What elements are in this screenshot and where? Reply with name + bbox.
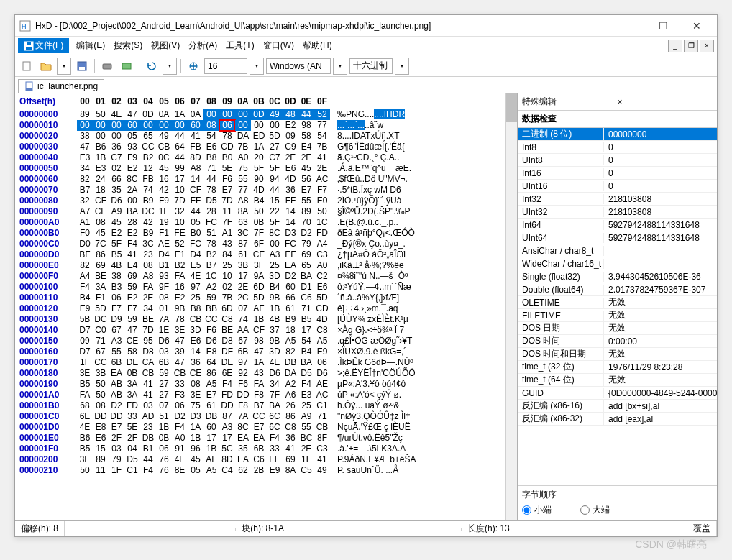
hex-scrollbar[interactable] bbox=[505, 93, 517, 520]
inspector-row[interactable]: Int32218103808 bbox=[518, 193, 717, 206]
menu-tools[interactable]: 工具(T) bbox=[221, 38, 258, 53]
inspector-row[interactable]: time_t (64 位)无效 bbox=[518, 374, 717, 387]
save-icon bbox=[24, 41, 34, 51]
svg-rect-7 bbox=[79, 67, 85, 70]
inspector-row[interactable]: Int645927942488114331648 bbox=[518, 219, 717, 231]
inspector-row[interactable]: 反汇编 (x86-32)add [eax],al bbox=[518, 413, 717, 426]
svg-rect-8 bbox=[103, 64, 111, 69]
watermark: CSDN @韩曙亮 bbox=[635, 538, 707, 551]
mdi-restore-button[interactable]: ❐ bbox=[684, 40, 698, 52]
menu-search[interactable]: 搜索(S) bbox=[109, 38, 147, 53]
window-title: HxD - [D:\002_Project\002_Android_Learn\… bbox=[35, 21, 614, 31]
inspector-table: 二进制 (8 位)00000000Int80UInt80Int160UInt16… bbox=[518, 128, 717, 485]
panel-close-button[interactable]: × bbox=[618, 97, 713, 107]
inspector-row[interactable]: DOS 日期无效 bbox=[518, 322, 717, 335]
status-length: 长度(h): 13 bbox=[462, 521, 516, 536]
tabbar: ic_launcher.png bbox=[15, 77, 717, 93]
inspector-row[interactable]: AnsiChar / char8_t bbox=[518, 244, 717, 257]
charset-dropdown[interactable]: ▾ bbox=[333, 58, 347, 75]
inspector-row[interactable]: 二进制 (8 位)00000000 bbox=[518, 128, 717, 141]
file-icon bbox=[24, 81, 35, 91]
app-icon: H bbox=[19, 20, 31, 32]
inspector-row[interactable]: FILETIME无效 bbox=[518, 309, 717, 322]
inspector-row[interactable]: GUID{0D000000-4849-5244-0000-00600000006… bbox=[518, 387, 717, 400]
mdi-controls: _ ❐ × bbox=[668, 40, 714, 52]
big-endian-radio[interactable]: 大端 bbox=[580, 504, 610, 516]
toolbar: ▾ ▾ ▾ ▾ ▾ bbox=[15, 55, 717, 77]
svg-rect-5 bbox=[23, 62, 30, 70]
menu-analysis[interactable]: 分析(A) bbox=[184, 38, 221, 53]
status-offset: 偏移(h): 8 bbox=[15, 521, 65, 536]
open-button[interactable] bbox=[37, 58, 55, 75]
mdi-close-button[interactable]: × bbox=[700, 40, 714, 52]
byte-order-group: 字节顺序 小端 大端 bbox=[518, 485, 717, 520]
open-dropdown[interactable]: ▾ bbox=[57, 58, 71, 75]
new-button[interactable] bbox=[18, 58, 35, 75]
inspector-row[interactable]: Double (float64)2.01737824759367E-307 bbox=[518, 283, 717, 296]
inspector-row[interactable]: time_t (32 位)1976/11/29 8:23:28 bbox=[518, 361, 717, 374]
menu-window[interactable]: 窗口(W) bbox=[259, 38, 298, 53]
titlebar: H HxD - [D:\002_Project\002_Android_Lear… bbox=[15, 15, 717, 37]
svg-rect-4 bbox=[27, 42, 31, 45]
inspector-row[interactable]: WideChar / char16_t bbox=[518, 257, 717, 270]
app-window: H HxD - [D:\002_Project\002_Android_Lear… bbox=[14, 14, 718, 537]
menu-view[interactable]: 视图(V) bbox=[147, 38, 184, 53]
hex-view[interactable]: Offset(h)000102030405060708090A0B0C0D0E0… bbox=[15, 93, 505, 520]
svg-rect-3 bbox=[26, 47, 32, 50]
refresh-button[interactable] bbox=[143, 58, 160, 75]
inspector-row[interactable]: UInt80 bbox=[518, 154, 717, 167]
inspector-subheader: 数据检查 bbox=[518, 111, 717, 128]
menu-edit[interactable]: 编辑(E) bbox=[72, 38, 109, 53]
bytes-per-row-input[interactable] bbox=[204, 58, 247, 74]
refresh-dropdown[interactable]: ▾ bbox=[163, 58, 177, 75]
close-button[interactable]: ✕ bbox=[680, 16, 713, 36]
base-input[interactable] bbox=[349, 58, 393, 74]
disk-button[interactable] bbox=[99, 58, 116, 75]
status-block: 块(h): 8-1A bbox=[236, 521, 290, 536]
menubar: 文件(F) 编辑(E) 搜索(S) 视图(V) 分析(A) 工具(T) 窗口(W… bbox=[15, 37, 717, 55]
menu-help[interactable]: 帮助(H) bbox=[298, 38, 337, 53]
inspector-row[interactable]: DOS 时间0:00:00 bbox=[518, 335, 717, 348]
file-tab[interactable]: ic_launcher.png bbox=[18, 79, 104, 93]
iconbar-extra[interactable] bbox=[185, 58, 202, 75]
minimize-button[interactable]: — bbox=[614, 16, 646, 36]
inspector-row[interactable]: Single (float32)3.94430452610506E-36 bbox=[518, 270, 717, 283]
status-overwrite: 覆盖 bbox=[687, 521, 717, 536]
data-inspector-panel: 特殊编辑 × 数据检查 二进制 (8 位)00000000Int80UInt80… bbox=[517, 93, 717, 520]
maximize-button[interactable]: ☐ bbox=[647, 16, 680, 36]
statusbar: 偏移(h): 8 块(h): 8-1A 长度(h): 13 覆盖 bbox=[15, 520, 717, 536]
inspector-row[interactable]: OLETIME无效 bbox=[518, 296, 717, 309]
little-endian-radio[interactable]: 小端 bbox=[522, 504, 552, 516]
svg-rect-9 bbox=[122, 63, 131, 69]
main-area: Offset(h)000102030405060708090A0B0C0D0E0… bbox=[15, 93, 717, 520]
window-controls: — ☐ ✕ bbox=[614, 16, 713, 36]
ram-button[interactable] bbox=[118, 58, 135, 75]
inspector-row[interactable]: UInt160 bbox=[518, 180, 717, 193]
mdi-minimize-button[interactable]: _ bbox=[668, 40, 682, 52]
bpr-dropdown[interactable]: ▾ bbox=[250, 58, 264, 75]
file-menu[interactable]: 文件(F) bbox=[18, 38, 69, 53]
inspector-row[interactable]: DOS 时间和日期无效 bbox=[518, 348, 717, 361]
inspector-header: 特殊编辑 × bbox=[518, 93, 717, 111]
charset-input[interactable] bbox=[266, 58, 331, 74]
svg-rect-12 bbox=[26, 88, 32, 91]
save-button[interactable] bbox=[73, 58, 91, 75]
inspector-row[interactable]: UInt645927942488114331648 bbox=[518, 231, 717, 244]
inspector-row[interactable]: 反汇编 (x86-16)add [bx+si],al bbox=[518, 400, 717, 413]
inspector-row[interactable]: UInt32218103808 bbox=[518, 206, 717, 219]
base-dropdown[interactable]: ▾ bbox=[395, 58, 409, 75]
inspector-row[interactable]: Int80 bbox=[518, 141, 717, 154]
inspector-row[interactable]: Int160 bbox=[518, 167, 717, 180]
svg-text:H: H bbox=[22, 23, 27, 30]
